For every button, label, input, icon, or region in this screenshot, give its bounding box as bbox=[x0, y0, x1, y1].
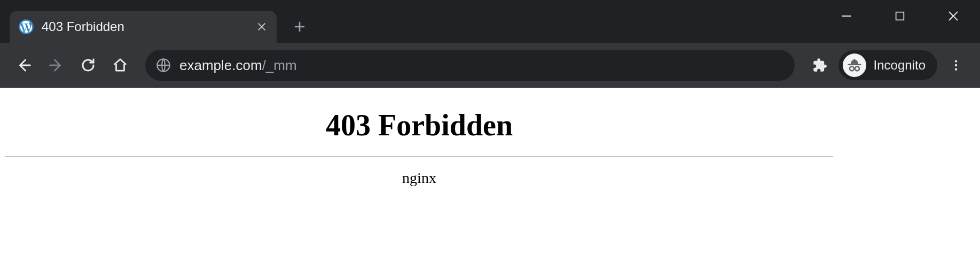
extensions-button[interactable] bbox=[805, 51, 834, 80]
window-close-button[interactable] bbox=[927, 0, 980, 32]
svg-rect-1 bbox=[896, 12, 904, 20]
svg-rect-3 bbox=[848, 64, 861, 66]
browser-menu-button[interactable] bbox=[942, 51, 970, 80]
url-text: example.com/_mm bbox=[179, 57, 297, 74]
url-host: example.com bbox=[179, 57, 262, 73]
window-minimize-button[interactable] bbox=[820, 0, 873, 32]
toolbar-right-cluster: Incognito bbox=[805, 50, 970, 80]
home-button[interactable] bbox=[106, 51, 135, 80]
incognito-label: Incognito bbox=[874, 58, 926, 73]
svg-point-7 bbox=[955, 64, 957, 66]
new-tab-button[interactable] bbox=[286, 13, 313, 40]
page-content: 403 Forbidden nginx bbox=[0, 88, 838, 187]
browser-toolbar: example.com/_mm Incognito bbox=[0, 43, 980, 88]
server-signature: nginx bbox=[0, 170, 838, 187]
svg-point-4 bbox=[850, 66, 854, 71]
browser-chrome: 403 Forbidden bbox=[0, 0, 980, 88]
url-path: /_mm bbox=[262, 57, 297, 73]
tab-title: 403 Forbidden bbox=[42, 19, 245, 34]
forward-button[interactable] bbox=[42, 51, 70, 80]
back-button[interactable] bbox=[10, 51, 38, 80]
divider bbox=[5, 156, 833, 157]
error-heading: 403 Forbidden bbox=[0, 108, 838, 142]
window-maximize-button[interactable] bbox=[873, 0, 927, 32]
reload-button[interactable] bbox=[74, 51, 103, 80]
tab-strip: 403 Forbidden bbox=[0, 0, 980, 43]
site-info-icon[interactable] bbox=[156, 58, 171, 73]
address-bar[interactable]: example.com/_mm bbox=[145, 50, 795, 81]
browser-tab[interactable]: 403 Forbidden bbox=[10, 11, 277, 43]
incognito-indicator[interactable]: Incognito bbox=[838, 50, 937, 80]
incognito-icon bbox=[843, 53, 866, 77]
svg-point-5 bbox=[855, 66, 859, 71]
svg-point-6 bbox=[955, 60, 957, 62]
svg-point-8 bbox=[955, 68, 957, 70]
window-controls bbox=[820, 0, 980, 32]
wordpress-icon bbox=[18, 19, 34, 35]
tab-close-button[interactable] bbox=[252, 17, 271, 36]
